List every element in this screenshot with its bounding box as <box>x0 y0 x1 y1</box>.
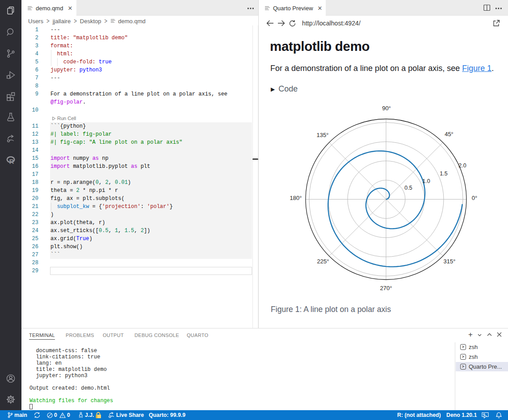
svg-text:45°: 45° <box>445 131 453 137</box>
svg-text:1.5: 1.5 <box>440 170 447 177</box>
svg-text:R: R <box>9 158 14 165</box>
svg-text:2.0: 2.0 <box>458 162 466 169</box>
svg-text:315°: 315° <box>444 258 456 265</box>
svg-text:270°: 270° <box>380 285 392 291</box>
svg-text:225°: 225° <box>317 258 329 265</box>
svg-text:0°: 0° <box>472 195 477 201</box>
svg-text:1.0: 1.0 <box>422 178 430 184</box>
svg-text:135°: 135° <box>317 132 329 138</box>
svg-text:0.5: 0.5 <box>404 185 412 191</box>
svg-text:180°: 180° <box>290 195 302 201</box>
svg-text:90°: 90° <box>382 105 391 112</box>
